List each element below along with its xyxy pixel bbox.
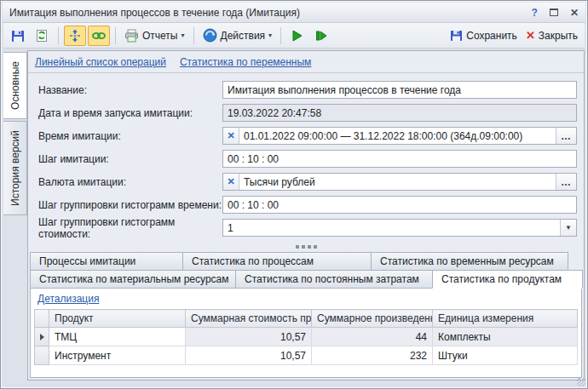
products-statistics-panel: Детализация Продукт Суммарная стоимость … (30, 288, 582, 378)
time-histogram-step-input[interactable] (223, 197, 576, 213)
total-produced-cell[interactable]: 44 (312, 328, 433, 346)
tab-process-statistics[interactable]: Статистика по процессам (182, 252, 372, 271)
run-button[interactable] (286, 26, 308, 46)
save-text-button[interactable]: Сохранить (447, 26, 521, 46)
close-window-button[interactable]: ✕ (570, 8, 579, 18)
row-selector-header (35, 310, 49, 328)
actions-globe-icon (203, 28, 217, 43)
reports-button[interactable]: Отчеты ▾ (121, 26, 188, 46)
col-product[interactable]: Продукт (49, 310, 186, 328)
field-time-histogram-step: Шаг группировки гистограмм времени: (38, 196, 577, 214)
tab-row-2: Статистика по материальным ресурсам Стат… (30, 270, 582, 288)
ellipsis-button[interactable]: … (556, 128, 576, 144)
simulation-time-value[interactable]: 01.01.2022 09:00:00 — 31.12.2022 18:00:0… (239, 130, 556, 142)
product-cell[interactable]: ТМЦ (49, 328, 186, 346)
simulation-step-input[interactable] (223, 151, 576, 167)
field-launch-datetime: Дата и время запуска имитации: 19.03.202… (38, 104, 577, 122)
toolbar-separator (280, 27, 281, 44)
unit-cell[interactable]: Штуки (433, 346, 578, 365)
total-produced-cell[interactable]: 232 (312, 346, 433, 365)
resize-grip[interactable] (577, 378, 585, 386)
col-total-cost[interactable]: Суммарная стоимость про... (186, 310, 312, 328)
save-floppy-icon (11, 29, 25, 43)
launch-datetime-value: 19.03.2022 20:47:58 (223, 107, 576, 119)
save-floppy-icon (450, 29, 463, 42)
maximize-button[interactable] (550, 9, 558, 16)
help-button[interactable]: ? (532, 8, 538, 18)
link-linear-operations[interactable]: Линейный список операций (35, 56, 166, 68)
statistics-tab-block: Процессы имитации Статистика по процесса… (28, 252, 584, 380)
actions-label: Действия (221, 30, 266, 42)
currency-field[interactable]: ✕ Тысячи рублей … (222, 173, 577, 191)
printer-icon (124, 29, 139, 43)
dropdown-arrow-icon[interactable]: ▼ (560, 220, 576, 236)
close-text-label: Закрыть (539, 30, 578, 42)
split-view-toggle-button[interactable] (64, 26, 86, 46)
table-header-row: Продукт Суммарная стоимость про... Сумма… (35, 310, 578, 328)
tab-fixed-costs-statistics[interactable]: Статистика по постоянным затратам (235, 270, 433, 289)
row-selector-cell[interactable] (35, 346, 49, 365)
simulation-time-field[interactable]: ✕ 01.01.2022 09:00:00 — 31.12.2022 18:00… (222, 127, 577, 145)
details-link[interactable]: Детализация (37, 293, 99, 305)
window-controls: ? ✕ (532, 8, 579, 18)
chain-link-icon (91, 29, 107, 43)
field-currency-label: Валюта имитации: (38, 176, 222, 188)
step-run-button[interactable] (310, 26, 332, 46)
link-variables-statistics[interactable]: Статистика по переменным (180, 56, 311, 68)
refresh-document-icon (35, 29, 49, 43)
reports-caret-icon: ▾ (181, 31, 184, 39)
refresh-button[interactable] (31, 26, 53, 46)
table-row[interactable]: Инструмент 10,57 232 Штуки (35, 346, 578, 365)
field-name-label: Название: (38, 84, 222, 96)
product-cell[interactable]: Инструмент (49, 346, 186, 365)
field-currency: Валюта имитации: ✕ Тысячи рублей … (38, 173, 577, 191)
toolbar-separator (115, 27, 116, 44)
actions-button[interactable]: Действия ▾ (199, 26, 276, 46)
tab-material-resources-statistics[interactable]: Статистика по материальным ресурсам (30, 270, 236, 289)
side-tab-main[interactable]: Основные (3, 52, 27, 119)
field-simulation-step: Шаг имитации: (38, 150, 577, 168)
tab-row-1: Процессы имитации Статистика по процесса… (30, 252, 582, 270)
main-panel: Линейный список операций Статистика по п… (27, 50, 585, 380)
tab-time-resources-statistics[interactable]: Статистика по временным ресурсам (371, 252, 568, 271)
close-text-button[interactable]: ✕ Закрыть (522, 26, 581, 46)
tab-products-statistics[interactable]: Статистика по продуктам (432, 270, 583, 289)
toolbar-separator (58, 27, 59, 44)
field-simulation-step-label: Шаг имитации: (38, 153, 222, 165)
col-total-produced[interactable]: Суммарное произведенно... (312, 310, 433, 328)
name-input[interactable] (223, 82, 576, 98)
unit-cell[interactable]: Комплекты (433, 328, 578, 346)
field-simulation-time: Время имитации: ✕ 01.01.2022 09:00:00 — … (38, 127, 577, 145)
app-window: Имитация выполнения процессов в течение … (0, 0, 588, 389)
cost-histogram-step-value[interactable]: 1 (223, 222, 560, 234)
vertical-split-icon (68, 29, 82, 43)
close-x-icon: ✕ (526, 29, 535, 42)
title-bar: Имитация выполнения процессов в течение … (3, 3, 585, 23)
clear-icon[interactable]: ✕ (223, 174, 239, 190)
launch-datetime-field: 19.03.2022 20:47:58 (222, 104, 577, 122)
total-cost-cell[interactable]: 10,57 (186, 346, 312, 365)
row-selector-cell[interactable] (35, 328, 49, 346)
field-name: Название: (38, 81, 577, 99)
products-table: Продукт Суммарная стоимость про... Сумма… (34, 309, 578, 365)
field-cost-histogram-step-label: Шаг группировки гистограмм стоимости: (38, 216, 222, 240)
side-tab-strip: Основные История версий (3, 50, 27, 380)
clear-icon[interactable]: ✕ (223, 128, 239, 144)
tab-processes[interactable]: Процессы имитации (30, 252, 183, 271)
window-title: Имитация выполнения процессов в течение … (9, 7, 532, 19)
col-unit[interactable]: Единица измерения (433, 310, 578, 328)
save-text-label: Сохранить (466, 30, 517, 42)
currency-value[interactable]: Тысячи рублей (239, 176, 556, 188)
current-row-icon (40, 334, 44, 340)
side-tab-history[interactable]: История версий (3, 121, 27, 215)
link-toggle-button[interactable] (88, 26, 110, 46)
save-button[interactable] (7, 26, 29, 46)
table-row[interactable]: ТМЦ 10,57 44 Комплекты (35, 328, 578, 346)
field-time-histogram-step-label: Шаг группировки гистограмм времени: (38, 199, 222, 211)
total-cost-cell[interactable]: 10,57 (186, 328, 312, 346)
field-simulation-time-label: Время имитации: (38, 130, 222, 142)
ellipsis-button[interactable]: … (556, 174, 576, 190)
cost-histogram-step-field[interactable]: 1 ▼ (222, 219, 577, 237)
window-body: Основные История версий Линейный список … (3, 50, 585, 380)
splitter-grip[interactable] (28, 242, 584, 252)
